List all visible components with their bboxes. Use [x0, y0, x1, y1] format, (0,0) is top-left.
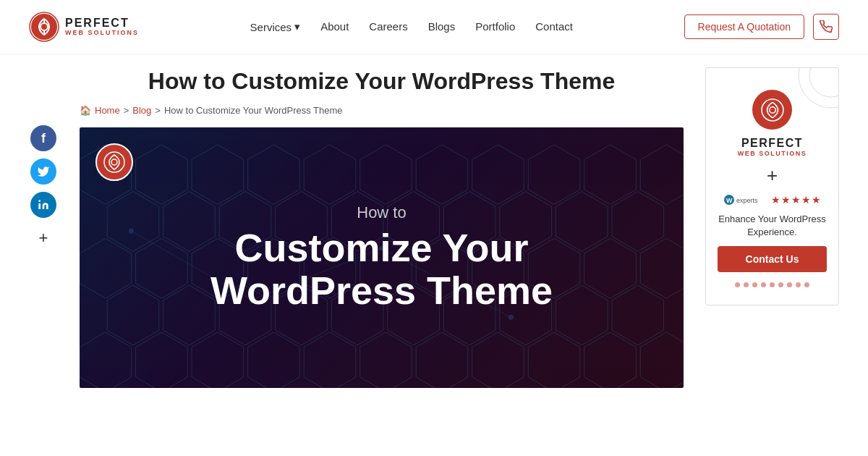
- logo[interactable]: PERFECT WEB SOLUTIONS: [29, 12, 139, 42]
- svg-point-13: [509, 315, 514, 320]
- hero-subtitle: How to: [210, 203, 553, 222]
- navbar: PERFECT WEB SOLUTIONS Services ▾ About C…: [0, 0, 868, 54]
- linkedin-button[interactable]: [30, 192, 56, 218]
- breadcrumb-blog[interactable]: Blog: [132, 105, 151, 116]
- nav-links: Services ▾ About Careers Blogs Portfolio…: [250, 20, 573, 33]
- widget-experts: W experts ★★★★★: [723, 194, 822, 206]
- nav-portfolio[interactable]: Portfolio: [475, 20, 515, 33]
- svg-point-15: [111, 159, 117, 165]
- hero-title: Customize Your WordPress Theme: [210, 227, 553, 313]
- logo-text: PERFECT WEB SOLUTIONS: [65, 17, 139, 36]
- svg-point-17: [799, 68, 838, 108]
- breadcrumb-home[interactable]: Home: [95, 105, 120, 116]
- more-share-button[interactable]: +: [30, 225, 56, 251]
- logo-name: PERFECT: [65, 17, 139, 30]
- nav-contact[interactable]: Contact: [535, 20, 573, 33]
- svg-point-16: [809, 68, 838, 97]
- svg-point-10: [129, 229, 134, 234]
- social-sidebar: f +: [29, 67, 58, 388]
- chevron-down-icon: ▾: [294, 20, 300, 33]
- twitter-button[interactable]: [30, 159, 56, 185]
- contact-us-button[interactable]: Contact Us: [718, 246, 827, 272]
- hero-image: How to Customize Your WordPress Theme: [80, 127, 684, 388]
- widget-plus: +: [767, 164, 778, 187]
- svg-point-19: [769, 106, 775, 113]
- widget-brand: PERFECT WEB SOLUTIONS: [738, 137, 807, 157]
- svg-text:W: W: [726, 197, 733, 204]
- nav-blogs[interactable]: Blogs: [428, 20, 456, 33]
- nav-right: Request A Quotation: [684, 14, 839, 40]
- nav-about[interactable]: About: [320, 20, 349, 33]
- logo-tagline: WEB SOLUTIONS: [65, 30, 139, 37]
- svg-text:experts: experts: [736, 197, 758, 204]
- main-content: f + How to Customize Your WordPress Them…: [0, 67, 868, 388]
- quotation-button[interactable]: Request A Quotation: [684, 14, 804, 39]
- sidebar-widget: PERFECT WEB SOLUTIONS + W experts ★★★★★ …: [705, 67, 839, 305]
- phone-button[interactable]: [813, 14, 839, 40]
- home-icon: 🏠: [80, 105, 91, 116]
- widget-dots: [735, 279, 809, 290]
- svg-point-5: [38, 200, 41, 202]
- breadcrumb: 🏠 Home > Blog > How to Customize Your Wo…: [80, 105, 684, 116]
- hero-logo: [95, 143, 133, 181]
- widget-brand-name: PERFECT: [738, 137, 807, 150]
- widget-brand-sub: WEB SOLUTIONS: [738, 150, 807, 157]
- page-title: How to Customize Your WordPress Theme: [80, 67, 684, 95]
- nav-services[interactable]: Services ▾: [250, 20, 301, 33]
- widget-description: Enhance Your WordPress Experience.: [718, 213, 827, 239]
- facebook-button[interactable]: f: [30, 125, 56, 151]
- breadcrumb-current: How to Customize Your WordPress Theme: [164, 105, 343, 116]
- nav-careers[interactable]: Careers: [369, 20, 407, 33]
- svg-point-1: [31, 14, 57, 40]
- center-content: How to Customize Your WordPress Theme 🏠 …: [80, 67, 684, 388]
- widget-stars: ★★★★★: [771, 194, 822, 206]
